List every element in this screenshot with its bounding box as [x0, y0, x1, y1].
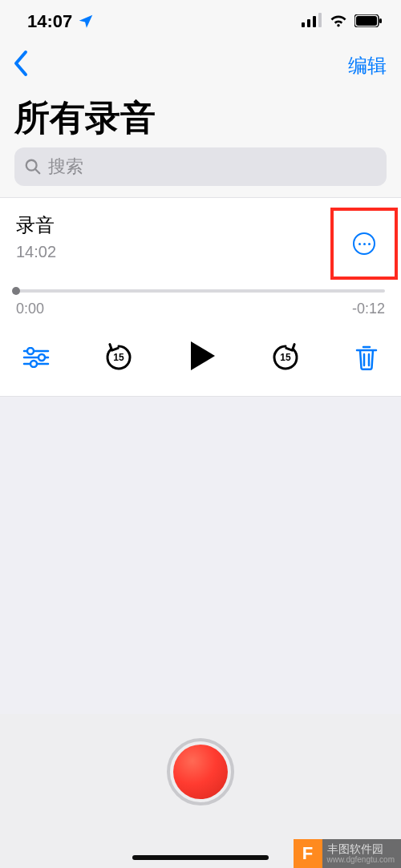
search-placeholder: 搜索 [48, 155, 83, 179]
skip-back-label: 15 [113, 352, 124, 363]
playback-timeline[interactable]: 0:00 -0:12 [0, 280, 401, 317]
svg-rect-1 [307, 19, 310, 27]
svg-point-12 [38, 354, 45, 361]
time-remaining: -0:12 [352, 301, 385, 317]
svg-rect-3 [318, 13, 322, 27]
recording-subtitle: 14:02 [16, 243, 56, 261]
timeline-times: 0:00 -0:12 [16, 301, 385, 317]
wifi-icon [329, 11, 348, 32]
skip-forward-label: 15 [280, 352, 290, 363]
svg-line-8 [35, 169, 39, 173]
page-title: 所有录音 [14, 95, 387, 142]
nav-bar: 编辑 [0, 43, 401, 88]
more-highlight-box [330, 208, 398, 280]
status-time: 14:07 [27, 11, 72, 32]
record-button-inner [173, 745, 228, 799]
watermark-name: 丰图软件园 [327, 843, 395, 855]
recording-title: 录音 [16, 212, 56, 238]
watermark-url: www.dgfengtu.com [327, 856, 395, 864]
more-options-button[interactable] [353, 232, 375, 255]
cellular-icon [302, 11, 322, 32]
skip-forward-button[interactable]: 15 [269, 341, 302, 373]
svg-rect-5 [356, 16, 377, 26]
svg-rect-6 [379, 18, 382, 23]
options-sliders-button[interactable] [22, 347, 50, 368]
status-left: 14:07 [27, 11, 95, 32]
search-area: 搜索 [0, 143, 401, 197]
timeline-thumb[interactable] [12, 287, 20, 295]
watermark: F 丰图软件园 www.dgfengtu.com [294, 839, 402, 868]
svg-point-10 [27, 348, 34, 354]
location-icon [77, 13, 95, 30]
svg-rect-0 [302, 22, 305, 27]
svg-point-14 [30, 361, 37, 367]
status-bar: 14:07 [0, 0, 401, 43]
title-area: 所有录音 [0, 88, 401, 145]
recording-info: 录音 14:02 [16, 212, 56, 261]
play-button[interactable] [188, 340, 217, 375]
playback-controls: 15 15 [0, 317, 401, 378]
battery-icon [354, 11, 382, 32]
search-icon [24, 158, 42, 176]
timeline-track[interactable] [16, 289, 385, 293]
back-button[interactable] [13, 50, 29, 82]
svg-rect-2 [313, 16, 316, 27]
record-button[interactable] [167, 738, 234, 805]
time-elapsed: 0:00 [16, 301, 44, 317]
search-input[interactable]: 搜索 [14, 147, 387, 186]
status-right [302, 11, 382, 32]
watermark-logo: F [294, 839, 322, 868]
skip-back-button[interactable]: 15 [103, 341, 135, 373]
delete-button[interactable] [354, 344, 379, 371]
home-indicator[interactable] [132, 855, 269, 860]
edit-button[interactable]: 编辑 [348, 53, 387, 79]
recording-row[interactable]: 录音 14:02 [0, 198, 401, 280]
recording-panel: 录音 14:02 0:00 -0:12 15 15 [0, 197, 401, 397]
